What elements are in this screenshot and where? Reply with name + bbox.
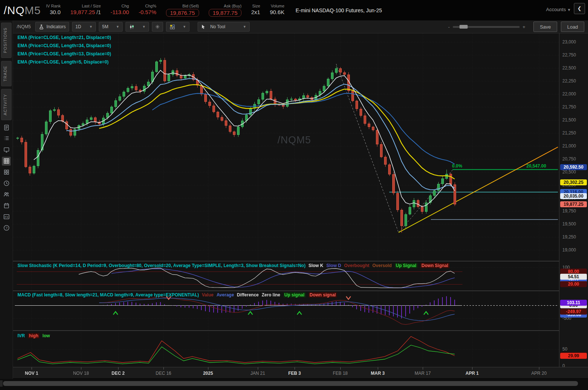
zoom-out-button[interactable]: - (445, 24, 453, 30)
scrollbar-handle[interactable] (3, 381, 578, 386)
toolbar-symbol-label: /NQM5 (17, 24, 31, 29)
collapse-panel-button[interactable]: ❮ (574, 3, 585, 14)
sidebar-order-list-icon[interactable] (2, 134, 11, 143)
time-tick-mark (163, 367, 164, 370)
sidebar-tab-positions[interactable]: POSITIONS (1, 23, 12, 58)
price-tick: 21,250 (562, 130, 576, 136)
price-tick: 19,000 (562, 247, 576, 253)
chevron-down-icon: ▼ (89, 25, 92, 29)
time-label-apr-1: APR 1 (465, 371, 478, 376)
axis-bubble: 54.51 (560, 274, 587, 280)
zoom-in-button[interactable]: + (520, 24, 529, 30)
chart-toolbar: /NQM5 Indicators 1D▼ 5M▼ ▼ ▼ No Tool▼ - … (13, 20, 588, 33)
calendar-box-icon (3, 202, 10, 209)
quote-field-ask-buy-[interactable]: Ask (Buy)19,877.75 (209, 4, 242, 17)
zoom-slider-handle[interactable] (459, 25, 468, 29)
time-tick-mark (472, 367, 472, 370)
quote-field-size: Size2x1 (251, 4, 260, 17)
macd-title-legend-value: Value (202, 292, 214, 298)
timeframe-dropdown[interactable]: 1D▼ (72, 22, 96, 32)
price-tick: 21,500 (562, 117, 576, 123)
price-tick: 20,500 (562, 169, 576, 175)
save-button[interactable]: Save (533, 22, 557, 32)
chart-area[interactable]: /NQM5 EMA (Price=CLOSE, Length=21, Displ… (13, 33, 559, 367)
stoch-title-legend-down-signal: Down Signal (420, 263, 449, 268)
time-tick-mark (539, 367, 539, 370)
symbol-logo: /NQM5 (4, 4, 41, 17)
price-tick: 22,000 (562, 91, 576, 97)
sidebar-history-clock-icon[interactable] (2, 179, 11, 188)
chart-canvas[interactable] (13, 33, 559, 367)
sidebar-help-icon[interactable]: ? (2, 224, 11, 233)
quote-field-last-size: Last / Size19,877.25 /1 (70, 4, 101, 17)
time-axis[interactable]: NOV 1NOV 18DEC 2DEC 162025JAN 21FEB 3FEB… (13, 367, 588, 378)
time-label-2025: 2025 (203, 371, 213, 376)
stoch-title-legend-up-signal: Up Signal (395, 263, 418, 268)
time-tick-mark (118, 367, 118, 370)
sidebar-news-doc-icon[interactable] (2, 123, 11, 132)
time-label-dec-2: DEC 2 (111, 371, 124, 376)
macd-title-legend-average: Average (217, 292, 234, 298)
stoch-title-text: Slow Stochastic (K Period=14, D Period=9… (17, 263, 305, 268)
contract-description: E-mini NASDAQ-100 Futures, Jun-25 (296, 7, 382, 13)
sidebar-chart-grid-icon[interactable] (2, 157, 11, 166)
time-tick-mark (340, 367, 341, 370)
chart-style-dropdown[interactable]: ▼ (126, 22, 149, 32)
fib-price-label: 20,547.00 (526, 163, 546, 169)
time-label-feb-3: FEB 3 (288, 371, 301, 376)
ema-label-2: EMA (Price=CLOSE, Length=13, Displace=0) (17, 51, 111, 56)
grid-layout-dropdown[interactable]: ▼ (166, 22, 189, 32)
zoom-slider: - + (445, 24, 529, 30)
stoch-title-legend-oversold: Oversold (372, 263, 392, 268)
sidebar-calendar-box-icon[interactable] (2, 201, 11, 210)
price-bubble: 20,302.25 (560, 179, 587, 185)
left-sidebar: POSITIONSTRADEACTIVITYFX? (0, 20, 13, 390)
indicators-button[interactable]: Indicators (35, 22, 69, 32)
sidebar-monitor-icon[interactable] (2, 146, 11, 155)
price-bubble: 20,035.00 (560, 193, 587, 199)
time-label-mar-17: MAR 17 (415, 371, 431, 376)
sidebar-fx-icon[interactable]: FX (2, 212, 11, 221)
trading-app: { "header": { "symbol": "/NQ", "contract… (0, 0, 588, 390)
chevron-down-icon: ▼ (183, 25, 186, 29)
sidebar-tab-activity[interactable]: ACTIVITY (1, 89, 12, 120)
price-bubble: 19,877.25 (560, 201, 587, 207)
time-label-nov-18: NOV 18 (73, 371, 89, 376)
macd-title-legend-up-signal: Up signal (283, 292, 306, 298)
price-axis[interactable]: 23,00022,75022,50022,25022,00021,75021,5… (559, 33, 588, 367)
sidebar-community-icon[interactable] (2, 190, 11, 199)
time-tick-mark (258, 367, 258, 370)
chevron-down-icon: ▼ (142, 25, 146, 29)
price-tick: 22,250 (562, 78, 576, 84)
community-icon (3, 191, 10, 198)
load-button[interactable]: Load (561, 22, 584, 32)
quote-fields: IV Rank30.0Last / Size19,877.25 /1Chg-11… (46, 4, 294, 17)
flexible-grid-icon (169, 24, 175, 30)
time-tick-mark (32, 367, 32, 370)
sidebar-tab-trade[interactable]: TRADE (1, 61, 12, 86)
settings-button[interactable] (152, 22, 163, 32)
svg-text:FX: FX (4, 215, 9, 219)
scrollbar-corner (0, 380, 3, 387)
chart-watermark: /NQM5 (277, 134, 311, 146)
chart-grid-icon (3, 158, 10, 164)
quote-field-bid-sell-[interactable]: Bid (Sell)19,876.75 (166, 4, 199, 17)
ema-label-3: EMA (Price=CLOSE, Length=5, Displace=0) (17, 59, 108, 65)
quote-field-chg: Chg-113.00 (110, 4, 129, 17)
price-tick: 22,500 (562, 65, 576, 71)
price-tick: 19,250 (562, 234, 576, 240)
widgets-icon (3, 169, 10, 175)
time-label-dec-16: DEC 16 (156, 371, 171, 376)
zoom-slider-track[interactable] (453, 26, 520, 28)
time-tick-mark (423, 367, 423, 370)
fib-percent-label: 0.0% (452, 163, 462, 169)
chevron-down-icon: ▼ (567, 8, 571, 12)
quote-field-iv-rank: IV Rank30.0 (46, 4, 61, 17)
price-tick: 21,750 (562, 104, 576, 110)
time-label-mar-3: MAR 3 (371, 371, 384, 376)
sidebar-widgets-icon[interactable] (2, 168, 11, 177)
aggregation-dropdown[interactable]: 5M▼ (99, 22, 123, 32)
drawing-tool-dropdown[interactable]: No Tool▼ (198, 22, 250, 32)
time-tick-mark (295, 367, 295, 370)
accounts-menu[interactable]: Accounts ▼ (546, 7, 571, 12)
